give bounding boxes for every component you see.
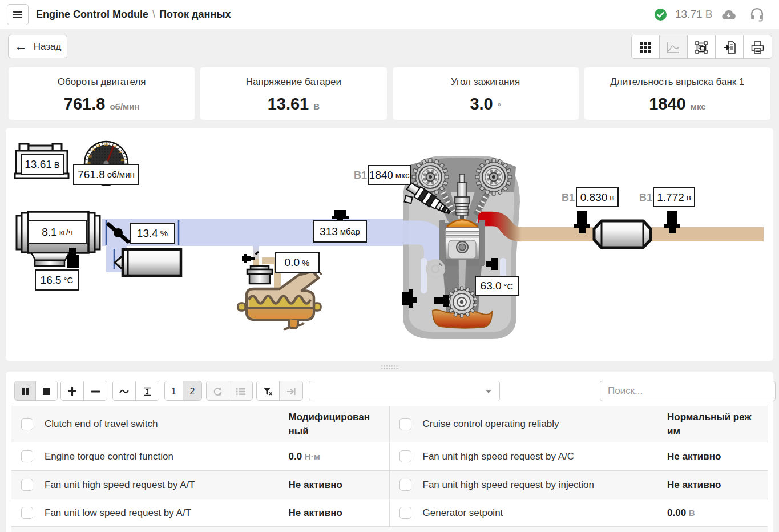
svg-text:40: 40 — [92, 148, 95, 151]
svg-text:60: 60 — [88, 155, 92, 158]
svg-text:100: 100 — [96, 144, 100, 147]
svg-text:160: 160 — [118, 151, 123, 154]
svg-text:120: 120 — [104, 143, 108, 146]
svg-text:180: 180 — [120, 159, 125, 162]
